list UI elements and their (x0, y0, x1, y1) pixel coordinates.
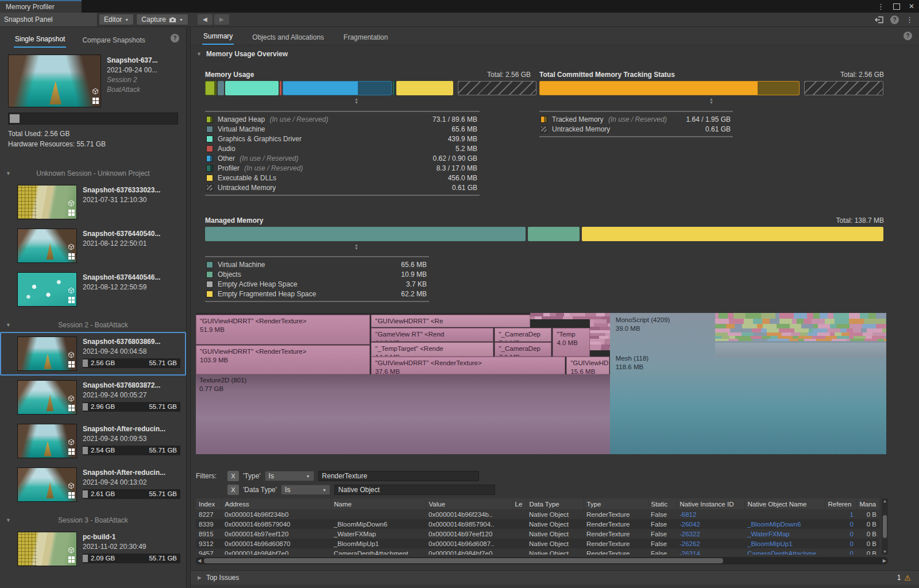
table-row[interactable]: 83390x0000014b98579040_BloomMipDown60x00… (196, 519, 879, 529)
legend-row[interactable]: Empty Active Heap Space3.7 KB (205, 279, 429, 289)
snapshot-list-item[interactable]: Snapshot-6376440546...2021-08-12 22:50:5… (0, 268, 186, 311)
maximize-icon[interactable] (893, 3, 900, 10)
column-header-native-instance-id[interactable]: Native Instance ID (677, 498, 744, 509)
column-header-data-type[interactable]: Data Type (526, 498, 584, 509)
table-row[interactable]: 89150x0000014b97eef120_WaterFXMap0x00000… (196, 529, 879, 539)
column-header-index[interactable]: Index (196, 498, 222, 509)
column-header-static[interactable]: Static (648, 498, 677, 509)
filter-value-input[interactable] (318, 471, 479, 481)
object-link[interactable]: _BloomMipDown6 (744, 519, 825, 529)
snapshot-list-item[interactable]: Snapshot-After-reducin...2021-09-24 00:1… (0, 463, 186, 506)
snapshot-list-item[interactable]: Snapshot-6376440540...2021-08-12 22:50:0… (0, 224, 186, 268)
object-link[interactable]: -26314 (677, 548, 744, 555)
legend-row[interactable]: Managed Heap (In use / Reserved)73.1 / 8… (205, 114, 480, 124)
help-icon[interactable]: ? (890, 16, 899, 24)
treemap-cell[interactable]: Mesh (118)118.6 MB (612, 353, 709, 384)
scroll-down-icon[interactable]: ▼ (883, 550, 887, 554)
object-link[interactable]: CameraDepthAttachme... (744, 548, 825, 555)
column-header-name[interactable]: Name (331, 498, 426, 509)
legend-row[interactable]: Empty Fragmented Heap Space62.2 MB (205, 289, 429, 299)
treemap-cell[interactable]: "GameView RT" <Rend14.3 MB (371, 328, 493, 342)
forward-button[interactable]: ▶ (214, 14, 229, 25)
treemap-cell[interactable]: "_CameraDep7.1 MB (495, 342, 551, 357)
object-link[interactable]: -26042 (677, 519, 744, 529)
scrollbar-thumb[interactable] (883, 515, 887, 538)
object-link[interactable]: -26262 (677, 539, 744, 548)
column-header-address[interactable]: Address (222, 498, 331, 509)
remove-filter-button[interactable]: X (227, 471, 239, 481)
capture-button[interactable]: Capture ▼ (136, 14, 188, 25)
treemap-cell[interactable]: "GUIViewHDRRT" <RenderTexture>51.9 MB (196, 315, 370, 345)
treemap-cell[interactable]: "GUIViewHDRRT" <RenderTexture>37.6 MB (371, 357, 565, 374)
session-group-header[interactable]: ▼Session 3 - BoatAttack (0, 513, 186, 527)
tab-compare-snapshots[interactable]: Compare Snapshots (81, 34, 146, 48)
tab-fragmentation[interactable]: Fragmentation (342, 30, 389, 45)
help-icon[interactable]: ? (903, 32, 912, 40)
object-link[interactable]: _WaterFXMap (744, 529, 825, 539)
session-group-header[interactable]: ▼Unknown Session - Unknown Project (0, 167, 186, 180)
treemap-cell[interactable]: "GUIViewHDRR15.6 MB (566, 357, 609, 374)
treemap-cell[interactable]: MonoScript (4209)39.0 MB (612, 314, 709, 345)
filter-operator-select[interactable]: Is▼ (281, 485, 330, 495)
column-header-native-object-name[interactable]: Native Object Name (744, 498, 825, 509)
scroll-stepper[interactable]: ▲▼ (709, 98, 713, 105)
tab-summary[interactable]: Summary (202, 29, 234, 45)
column-header-referen[interactable]: Referen (825, 498, 856, 509)
memory-usage-overview-header[interactable]: ▼ Memory Usage Overview (196, 50, 288, 58)
table-horizontal-scrollbar[interactable]: ◀ ▶ (196, 557, 888, 564)
legend-row[interactable]: Audio5.2 MB (205, 144, 480, 153)
selected-snapshot-card[interactable]: Snapshot-637... 2021-09-24 00... Session… (8, 55, 178, 107)
object-link[interactable]: -26322 (677, 529, 744, 539)
column-header-mana[interactable]: Mana (856, 498, 879, 509)
scroll-stepper[interactable]: ▲▼ (354, 243, 358, 250)
treemap-cell[interactable]: "_TempTarget" <Rende14.3 MB (371, 342, 493, 357)
treemap-cell[interactable]: "Temp4.0 MB (553, 328, 590, 357)
object-link[interactable]: 0 (825, 529, 856, 539)
table-row[interactable]: 93120x0000014b96d60870_BloomMipUp10x0000… (196, 539, 879, 548)
window-tab[interactable]: Memory Profiler (0, 0, 82, 13)
back-button[interactable]: ◀ (198, 14, 213, 25)
panel-menu-icon[interactable]: ⋮ (906, 16, 913, 24)
column-header-value[interactable]: Value (426, 498, 512, 509)
scroll-stepper[interactable]: ▲▼ (354, 98, 358, 105)
object-link[interactable]: 0 (825, 548, 856, 555)
remove-filter-button[interactable]: X (227, 485, 239, 495)
snapshot-list-item[interactable]: pc-build-12021-11-02 20:30:492.09 GB55.7… (0, 527, 186, 571)
legend-row[interactable]: Other (In use / Reserved)0.62 / 0.90 GB (205, 153, 480, 163)
session-group-header[interactable]: ▼Session 2 - BoatAttack (0, 318, 186, 332)
table-row[interactable]: 82270x0000014b96f234b00x0000014b96f234b.… (196, 509, 879, 519)
scrollbar-thumb[interactable] (204, 558, 723, 563)
object-link[interactable]: 0 (825, 539, 856, 548)
scroll-left-icon[interactable]: ◀ (198, 558, 201, 563)
editor-dropdown[interactable]: Editor ▼ (99, 14, 134, 25)
legend-row[interactable]: Untracked Memory0.61 GB (539, 124, 733, 134)
panel-splitter[interactable] (187, 27, 191, 588)
load-snapshot-icon[interactable] (875, 16, 883, 24)
object-link[interactable]: _BloomMipUp1 (744, 539, 825, 548)
object-link[interactable]: 0 (825, 519, 856, 529)
legend-row[interactable]: Executable & DLLs456.0 MB (205, 173, 480, 183)
help-icon[interactable]: ? (171, 34, 179, 42)
filter-operator-select[interactable]: Is▼ (265, 471, 314, 481)
legend-row[interactable]: Profiler (In use / Reserved)8.3 / 17.0 M… (205, 163, 480, 173)
tab-single-snapshot[interactable]: Single Snapshot (14, 33, 66, 48)
object-link[interactable]: 1 (825, 509, 856, 519)
object-link[interactable]: -6812 (677, 509, 744, 519)
scroll-up-icon[interactable]: ▲ (883, 499, 887, 504)
legend-row[interactable]: Objects10.9 MB (205, 269, 429, 279)
close-icon[interactable]: ✕ (909, 2, 914, 10)
top-issues-header[interactable]: ▶ Top Issues 1 ⚠ (191, 570, 919, 585)
chevron-down-icon[interactable]: ▼ (179, 18, 183, 22)
legend-row[interactable]: Untracked Memory0.61 GB (205, 183, 480, 192)
window-menu-icon[interactable]: ⋮ (877, 2, 885, 11)
column-header-le[interactable]: Le (512, 498, 526, 509)
filter-value-input[interactable] (334, 485, 495, 495)
scroll-right-icon[interactable]: ▶ (883, 558, 886, 563)
legend-row[interactable]: Tracked Memory (In use / Reserved)1.64 /… (539, 114, 733, 124)
table-row[interactable]: 94570x0000014b984bf7e0CameraDepthAttachm… (196, 548, 879, 555)
column-header-type[interactable]: Type (584, 498, 648, 509)
snapshot-list-item[interactable]: Snapshot-6376333023...2021-07-31 12:10:3… (0, 180, 186, 224)
treemap-cell[interactable]: "GUIViewHDRRT" <Re12.1 MB (371, 315, 530, 327)
table-vertical-scrollbar[interactable]: ▲ ▼ (882, 498, 888, 555)
snapshot-list-item[interactable]: Snapshot-After-reducin...2021-09-24 00:0… (0, 419, 186, 463)
